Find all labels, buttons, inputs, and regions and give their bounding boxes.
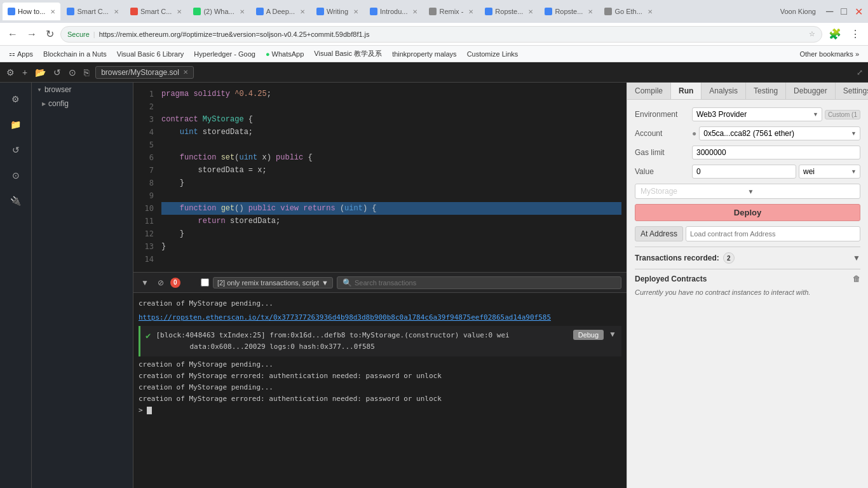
sidebar-settings-icon[interactable]: ⚙ xyxy=(4,88,27,111)
url-separator: | xyxy=(93,30,95,38)
forward-btn[interactable]: → xyxy=(24,27,39,41)
tab-close-btn[interactable]: ✕ xyxy=(588,8,593,15)
expand-icon[interactable]: ⤢ xyxy=(857,68,863,77)
console-filter-dropdown[interactable]: [2] only remix transactions, script ▼ xyxy=(213,277,333,288)
nav-bar: ← → ↻ Secure | https://remix.ethereum.or… xyxy=(0,23,868,46)
tab-close-btn[interactable]: ✕ xyxy=(114,8,119,15)
bookmark-customize[interactable]: Customize Links xyxy=(463,48,522,60)
search-input[interactable] xyxy=(355,279,616,287)
sidebar-plugin-icon[interactable]: 🔌 xyxy=(4,189,27,212)
refresh-btn[interactable]: ↻ xyxy=(43,27,57,41)
transactions-expand-icon[interactable]: ▼ xyxy=(853,254,860,262)
gas-limit-input[interactable] xyxy=(692,146,860,159)
environment-label: Environment xyxy=(635,110,692,119)
tab-goeth[interactable]: Go Eth... ✕ xyxy=(599,3,657,20)
log-item-5: creation of MyStorage pending... xyxy=(139,382,621,393)
tab-close-btn[interactable]: ✕ xyxy=(412,8,417,15)
new-file-icon[interactable]: + xyxy=(21,66,29,79)
bookmark-vb6[interactable]: Visual Basic 6 Library xyxy=(113,48,188,60)
tab-debugger[interactable]: Debugger xyxy=(786,83,836,99)
deployed-empty-text: Currently you have no contract instances… xyxy=(635,288,860,296)
url-bar[interactable]: Secure | https://remix.ethereum.org/#opt… xyxy=(60,26,822,43)
settings-icon[interactable]: ⚙ xyxy=(5,66,16,79)
code-content[interactable]: pragma solidity ^0.4.25; contract MyStor… xyxy=(156,83,627,272)
debug-button[interactable]: Debug xyxy=(573,330,604,340)
trash-icon[interactable]: 🗑 xyxy=(853,274,860,283)
log-block-content: [block:4048463 txIndex:25] from:0x16d...… xyxy=(156,330,567,353)
deploy-button[interactable]: Deploy xyxy=(635,204,860,221)
environment-select[interactable]: Web3 Provider xyxy=(692,107,822,121)
console-badge: 0 xyxy=(170,278,180,288)
cursor xyxy=(147,407,152,414)
tab-analysis[interactable]: Analysis xyxy=(702,83,746,99)
bookmark-vb-chinese[interactable]: Visual Basic 教学及系 xyxy=(310,48,386,60)
transactions-label: Transactions recorded: xyxy=(635,254,719,262)
tab-close-btn[interactable]: ✕ xyxy=(300,8,305,15)
star-icon[interactable]: ☆ xyxy=(809,30,815,38)
value-unit-select[interactable]: wei xyxy=(799,165,860,179)
bookmark-blockchain[interactable]: Blockchain in a Nuts xyxy=(39,48,111,60)
main-body: ⚙ 📁 ↺ ⊙ 🔌 ▼ browser ▶ config 1 2 3 xyxy=(0,83,868,488)
bookmark-apps[interactable]: ⚏ Apps xyxy=(5,48,37,60)
tab-intro[interactable]: Introdu... ✕ xyxy=(365,3,423,20)
tab-run[interactable]: Run xyxy=(671,83,702,99)
file-tab[interactable]: browser/MyStorage.sol ✕ xyxy=(95,66,194,79)
filter-checkbox[interactable] xyxy=(201,278,209,287)
fe-item-browser[interactable]: ▼ browser xyxy=(32,83,133,97)
tab-smart2[interactable]: Smart C... ✕ xyxy=(125,3,187,20)
menu-btn[interactable]: ⋮ xyxy=(848,27,863,41)
tab-settings[interactable]: Settings xyxy=(836,83,868,99)
account-select[interactable]: 0x5ca...cca82 (7561 ether) xyxy=(699,126,860,140)
value-input[interactable] xyxy=(692,165,796,179)
at-address-input[interactable] xyxy=(686,226,860,241)
log-item-1: creation of MyStorage pending... xyxy=(139,298,621,309)
at-address-button[interactable]: At Address xyxy=(635,226,683,241)
tab-close-btn[interactable]: ✕ xyxy=(528,8,533,15)
console-content: creation of MyStorage pending... https:/… xyxy=(133,293,627,488)
dropdown-arrow-icon: ▼ xyxy=(322,279,329,287)
bookmark-whatsapp[interactable]: ● WhatsApp xyxy=(262,48,308,60)
code-line-4: uint storedData; xyxy=(161,126,621,139)
tab-testing[interactable]: Testing xyxy=(746,83,786,99)
tab-close-btn[interactable]: ✕ xyxy=(50,8,55,15)
tab-close-btn[interactable]: ✕ xyxy=(353,8,358,15)
tab-close-btn[interactable]: ✕ xyxy=(177,8,182,15)
etherscan-link[interactable]: https://ropsten.etherscan.io/tx/0x377377… xyxy=(139,313,551,322)
tab-adeep[interactable]: A Deep... ✕ xyxy=(251,3,310,20)
tab-remix[interactable]: Remix - ✕ xyxy=(424,3,478,20)
tab-close-btn[interactable]: ✕ xyxy=(240,8,245,15)
other-bookmarks[interactable]: Other bookmarks » xyxy=(796,48,864,60)
minimize-btn[interactable]: ─ xyxy=(824,4,836,18)
tab-ropsten2[interactable]: Ropste... ✕ xyxy=(539,3,598,20)
account-help-icon[interactable]: ● xyxy=(692,129,696,138)
tab-compile[interactable]: Compile xyxy=(627,83,671,99)
sidebar-folder-icon[interactable]: 📁 xyxy=(4,113,27,136)
back-btn[interactable]: ← xyxy=(5,27,20,41)
contract-selector[interactable]: MyStorage ▼ xyxy=(635,184,860,199)
console-clear-btn[interactable]: ▼ xyxy=(139,277,151,288)
console-stop-btn[interactable]: ⊘ xyxy=(155,277,166,288)
tab-writing[interactable]: Writing ✕ xyxy=(311,3,363,20)
copy-icon[interactable]: ⎘ xyxy=(83,66,90,79)
file-tab-close[interactable]: ✕ xyxy=(183,69,188,76)
extensions-btn[interactable]: 🧩 xyxy=(826,27,844,41)
expand-log-btn[interactable]: ▼ xyxy=(609,330,616,339)
tab-active[interactable]: How to... ✕ xyxy=(3,3,60,20)
sidebar-git-icon[interactable]: ↺ xyxy=(4,139,27,161)
tab-ropsten1[interactable]: Ropste... ✕ xyxy=(480,3,538,20)
value-unit-wrap: wei xyxy=(799,165,860,179)
bookmark-hyperledger[interactable]: Hyperledger - Goog xyxy=(190,48,259,60)
tab-close-btn[interactable]: ✕ xyxy=(648,8,653,15)
tab-close-btn[interactable]: ✕ xyxy=(468,8,473,15)
tab-smart1[interactable]: Smart C... ✕ xyxy=(62,3,124,20)
tab-whatsapp[interactable]: (2) Wha... ✕ xyxy=(188,3,249,20)
close-btn[interactable]: ✕ xyxy=(852,4,865,19)
maximize-btn[interactable]: □ xyxy=(838,4,850,18)
open-folder-icon[interactable]: 📂 xyxy=(34,66,47,79)
sidebar-github-icon[interactable]: ⊙ xyxy=(4,164,27,187)
fe-item-config[interactable]: ▶ config xyxy=(32,97,133,111)
git-sync-icon[interactable]: ↺ xyxy=(52,66,62,79)
github-icon[interactable]: ⊙ xyxy=(67,66,78,79)
bookmark-other[interactable]: Other bookmarks » xyxy=(796,48,864,60)
bookmark-thinkproperty[interactable]: thinkproperty malays xyxy=(388,48,461,60)
